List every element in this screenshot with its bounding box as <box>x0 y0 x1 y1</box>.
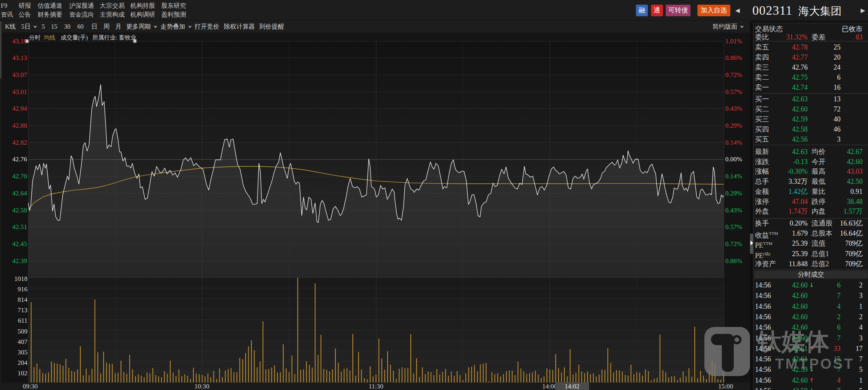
event-marker-dot <box>134 41 135 42</box>
volume-bar <box>376 375 376 383</box>
stat-label: 均价 <box>812 147 835 157</box>
tape-direction-icon <box>808 301 815 312</box>
toolbar-item-13[interactable]: 到价提醒 <box>259 21 284 33</box>
panel-collapse-icon[interactable] <box>750 241 753 245</box>
stock-code: 002311 <box>752 3 793 17</box>
menu-item-6[interactable]: 股东研究 <box>161 2 186 10</box>
ob-volume: 3 <box>808 134 841 144</box>
toolbar-item-5[interactable]: 60 <box>77 21 84 33</box>
badge-margin[interactable]: 融 <box>636 5 648 16</box>
volume-bar <box>581 371 582 382</box>
toolbar-item-10[interactable]: 走势叠加 <box>161 21 192 33</box>
menu-item-8[interactable]: 公告 <box>19 10 31 19</box>
volume-bar <box>350 370 350 382</box>
next-stock-icon[interactable]: ▶ <box>861 7 865 14</box>
volume-bar <box>416 358 417 383</box>
volume-bar <box>234 372 234 382</box>
time-axis-label: 14:00 <box>542 383 557 390</box>
panel-separator <box>754 270 868 270</box>
menu-item-1[interactable]: 研报 <box>19 2 31 10</box>
volume-bar <box>448 376 449 382</box>
tape-count: 2 <box>841 280 863 291</box>
prev-stock-icon[interactable]: ◀ <box>735 7 740 14</box>
volume-bar <box>474 365 475 383</box>
volume-bar <box>181 376 182 382</box>
volume-bar <box>506 371 507 382</box>
volume-bar <box>605 370 605 382</box>
menu-item-4[interactable]: 大宗交易 <box>100 2 125 10</box>
order-book-row-buy3: 买三42.5940 <box>755 114 863 124</box>
stats-row: 收益TTM1.679总股本16.64亿 <box>755 228 863 238</box>
volume-bar <box>425 374 425 383</box>
ob-level-label: 卖五 <box>755 42 777 52</box>
top-menu-bar: F9研报估值通道沪深股通大宗交易机构持股股东研究 资讯公告财务摘要资金流向主营构… <box>0 0 868 20</box>
volume-bar <box>567 376 568 383</box>
stats-row: 涨跌-0.13今开42.60 <box>755 157 863 167</box>
toolbar-item-8[interactable]: 月 <box>115 21 121 33</box>
left-scrollbar-thumb[interactable] <box>0 21 2 79</box>
volume-bar <box>228 369 229 383</box>
badge-add-to-watchlist[interactable]: 加入自选 <box>697 5 730 16</box>
volume-bar <box>454 376 455 382</box>
volume-bar <box>309 365 310 383</box>
volume-bar <box>532 373 533 383</box>
panel-splitter[interactable] <box>750 23 753 390</box>
toolbar-item-11[interactable]: 打开竞价 <box>195 21 219 33</box>
volume-bar <box>387 351 388 382</box>
tape-count: 7 <box>841 354 863 364</box>
volume-bar <box>323 369 324 383</box>
volume-bar <box>634 374 634 383</box>
toolbar-item-7[interactable]: 周 <box>103 21 109 33</box>
volume-bar <box>321 335 321 383</box>
volume-bar <box>245 353 246 382</box>
tape-count: 3 <box>841 291 863 301</box>
volume-bar <box>289 372 289 383</box>
price-axis-label: 42.45 <box>12 240 27 248</box>
menu-item-13[interactable]: 盈利预测 <box>161 10 186 19</box>
ob-level-label: 卖三 <box>755 62 777 72</box>
volume-bar <box>431 372 431 383</box>
volume-bar <box>89 375 89 383</box>
percent-axis-label: 1.01% <box>725 38 742 45</box>
volume-bar <box>335 349 336 383</box>
volume-bar <box>74 372 75 382</box>
menu-item-2[interactable]: 估值通道 <box>38 2 62 10</box>
toolbar-item-3[interactable]: 15 <box>51 21 57 33</box>
menu-item-11[interactable]: 主营构成 <box>100 10 125 19</box>
toolbar-item-6[interactable]: 日 <box>91 21 97 33</box>
volume-axis-label: 814 <box>18 296 28 303</box>
toolbar-item-2[interactable]: 5 <box>42 21 45 33</box>
volume-bar <box>196 374 197 383</box>
volume-bar <box>480 364 481 382</box>
toolbar-item-9[interactable]: 更多周期 <box>126 21 157 33</box>
layout-select[interactable]: 简约版面 <box>713 21 744 33</box>
tape-volume: 6 <box>815 280 841 291</box>
menu-item-10[interactable]: 资金流向 <box>69 10 94 19</box>
volume-axis-label: 102 <box>18 369 28 377</box>
toolbar-item-0[interactable]: K线 <box>5 21 16 33</box>
toolbar-item-4[interactable]: 30 <box>64 21 70 33</box>
menu-item-12[interactable]: 机构调研 <box>130 10 155 19</box>
menu-item-5[interactable]: 机构持股 <box>130 2 155 10</box>
ob-price: 42.78 <box>777 42 808 52</box>
volume-bar <box>231 368 231 382</box>
toolbar-item-1[interactable]: 5日 <box>21 21 37 33</box>
chevron-down-icon <box>740 26 744 28</box>
toolbar-item-12[interactable]: 除权计算器 <box>224 21 255 33</box>
chevron-down-icon <box>188 26 192 28</box>
volume-axis-label: 916 <box>18 286 28 293</box>
badge-connect[interactable]: 通 <box>651 5 663 16</box>
stats-row: PETTM25.39流值709亿 <box>755 238 863 248</box>
stats-row: PE(动)25.39总值1709亿 <box>755 249 863 259</box>
menu-item-0[interactable]: F9 <box>1 2 7 10</box>
intraday-chart[interactable]: 43.1943.1343.0743.0142.9442.8842.8242.76… <box>0 32 750 390</box>
volume-bar <box>700 371 701 383</box>
menu-item-3[interactable]: 沪深股通 <box>69 2 94 10</box>
menu-item-9[interactable]: 财务摘要 <box>38 10 62 19</box>
menu-item-7[interactable]: 资讯 <box>1 10 13 19</box>
stats-row: 涨停47.04跌停38.48 <box>755 197 863 207</box>
badge-convertible-bond[interactable]: 可转债 <box>666 5 690 16</box>
volume-bar <box>645 369 646 383</box>
tape-direction-icon <box>808 354 815 364</box>
volume-bar <box>176 376 176 383</box>
